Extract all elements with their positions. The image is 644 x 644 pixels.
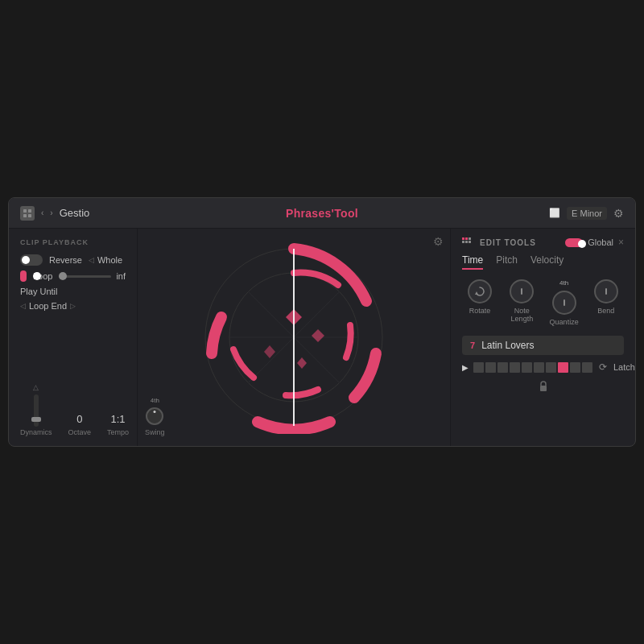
- header-right: ⬜ E Minor ⚙: [423, 207, 624, 220]
- loop-thumb[interactable]: [59, 272, 67, 280]
- nav-forward-arrow[interactable]: ›: [50, 208, 52, 217]
- latch-button[interactable]: Latch: [613, 362, 635, 372]
- pb-block-4[interactable]: [510, 362, 520, 373]
- rotate-knob[interactable]: [468, 279, 492, 303]
- loop-row: Loop inf: [20, 270, 126, 282]
- reverse-toggle[interactable]: [20, 254, 43, 266]
- center-panel: ⚙: [138, 229, 450, 446]
- tab-velocity[interactable]: Velocity: [530, 254, 564, 270]
- loop-end-next[interactable]: ▷: [70, 302, 76, 310]
- tab-time[interactable]: Time: [462, 254, 483, 270]
- edit-tools-label: EDIT TOOLS: [480, 238, 536, 247]
- octave-label: Octave: [68, 428, 92, 436]
- pb-block-2[interactable]: [485, 362, 496, 373]
- play-button[interactable]: ▶: [462, 363, 469, 372]
- phrase-number: 7: [470, 341, 475, 350]
- loop-end-prev[interactable]: ◁: [20, 302, 26, 310]
- key-label[interactable]: E Minor: [567, 207, 607, 220]
- svg-rect-19: [465, 241, 468, 243]
- tab-pitch[interactable]: Pitch: [496, 254, 518, 270]
- whole-prev-arrow[interactable]: ◁: [89, 256, 94, 264]
- note-length-knob[interactable]: [510, 279, 534, 303]
- plugin-name: Gestio: [60, 207, 90, 219]
- reverse-label: Reverse: [49, 255, 82, 265]
- quantize-indicator: [564, 299, 565, 306]
- playback-blocks: [473, 362, 592, 373]
- global-toggle-row: Global ×: [565, 237, 624, 248]
- dynamics-fader: △ Dynamics: [20, 383, 52, 436]
- header-left: ‹ › Gestio: [20, 206, 221, 221]
- circle-visualizer[interactable]: [197, 241, 390, 434]
- rotate-tool[interactable]: Rotate: [462, 279, 497, 326]
- note-length-tool[interactable]: Note Length: [504, 279, 539, 326]
- note-length-indicator: [521, 288, 522, 295]
- dynamics-thumb[interactable]: [31, 417, 41, 422]
- bend-tool[interactable]: Bend: [588, 279, 624, 326]
- dynamics-label: Dynamics: [20, 428, 52, 436]
- rotate-label: Rotate: [469, 307, 491, 315]
- nav-back-arrow[interactable]: ‹: [41, 208, 43, 217]
- svg-marker-11: [312, 329, 324, 342]
- edit-tools-header: EDIT TOOLS Global ×: [462, 237, 624, 248]
- visualizer-settings-icon[interactable]: ⚙: [433, 235, 444, 248]
- loop-playback-icon[interactable]: ⟳: [599, 361, 607, 373]
- phrase-name: Latin Lovers: [481, 340, 534, 351]
- edit-tools-tabs: Time Pitch Velocity: [462, 254, 624, 270]
- quantize-tool[interactable]: 4th Quantize: [547, 279, 582, 326]
- svg-rect-20: [469, 241, 471, 243]
- loop-slider[interactable]: inf: [59, 271, 126, 281]
- pb-block-5[interactable]: [522, 362, 532, 373]
- save-icon[interactable]: ⬜: [549, 208, 560, 218]
- loop-end-control[interactable]: ◁ Loop End ▷: [20, 301, 76, 311]
- dynamics-up-arrow: △: [33, 383, 39, 391]
- note-length-label: Note Length: [504, 307, 539, 323]
- quantize-label: Quantize: [550, 318, 579, 326]
- svg-rect-1: [28, 209, 31, 213]
- right-panel: EDIT TOOLS Global × Time Pitch Velocity: [450, 229, 635, 446]
- pb-block-1[interactable]: [473, 362, 484, 373]
- pb-block-7[interactable]: [546, 362, 556, 373]
- loop-track: [59, 275, 111, 278]
- whole-control[interactable]: ◁ Whole: [89, 255, 122, 265]
- play-until-row: Play Until: [20, 287, 126, 296]
- bend-knob[interactable]: [594, 279, 618, 303]
- tempo-value: 1:1: [111, 413, 126, 425]
- svg-marker-13: [297, 357, 307, 369]
- dynamics-track[interactable]: [34, 394, 39, 427]
- close-edit-tools-button[interactable]: ×: [618, 237, 624, 248]
- plugin-window: ‹ › Gestio Phrases'Tool ⬜ E Minor ⚙ CLIP…: [8, 197, 636, 447]
- pb-block-3[interactable]: [497, 362, 508, 373]
- svg-rect-22: [540, 386, 547, 391]
- phrase-selector[interactable]: 7 Latin Lovers: [462, 336, 624, 355]
- pb-block-8[interactable]: [558, 362, 568, 373]
- play-until-label: Play Until: [20, 287, 57, 296]
- svg-rect-17: [469, 237, 471, 240]
- tempo-control: 1:1 Tempo: [107, 413, 129, 436]
- clip-playback-label: CLIP PLAYBACK: [20, 238, 126, 246]
- loop-toggle[interactable]: [20, 270, 27, 282]
- pb-block-9[interactable]: [570, 362, 580, 373]
- quantize-4th-value: 4th: [559, 279, 568, 287]
- svg-rect-3: [28, 214, 31, 217]
- playback-row: ▶ ⟳ Latch: [462, 361, 624, 373]
- reverse-row: Reverse ◁ Whole: [20, 254, 126, 266]
- bottom-controls: △ Dynamics 0 Octave 1:1 Tempo 4th: [20, 377, 126, 436]
- loop-end-value: Loop End: [29, 301, 67, 311]
- header-bar: ‹ › Gestio Phrases'Tool ⬜ E Minor ⚙: [9, 198, 635, 229]
- svg-rect-18: [462, 241, 464, 243]
- svg-marker-21: [475, 291, 478, 295]
- quantize-knob[interactable]: [552, 291, 576, 315]
- loop-end-row: ◁ Loop End ▷: [20, 301, 126, 311]
- svg-rect-15: [462, 237, 464, 240]
- pb-block-10[interactable]: [582, 362, 592, 373]
- bend-label: Bend: [597, 307, 614, 315]
- settings-gear-icon[interactable]: ⚙: [613, 207, 624, 220]
- whole-value: Whole: [97, 255, 122, 265]
- grid-icon: [462, 237, 473, 247]
- lock-icon: [462, 381, 624, 394]
- svg-rect-16: [465, 237, 468, 240]
- global-toggle[interactable]: [565, 238, 583, 247]
- global-label: Global: [588, 237, 613, 247]
- title-tool: Tool: [334, 207, 358, 220]
- pb-block-6[interactable]: [534, 362, 544, 373]
